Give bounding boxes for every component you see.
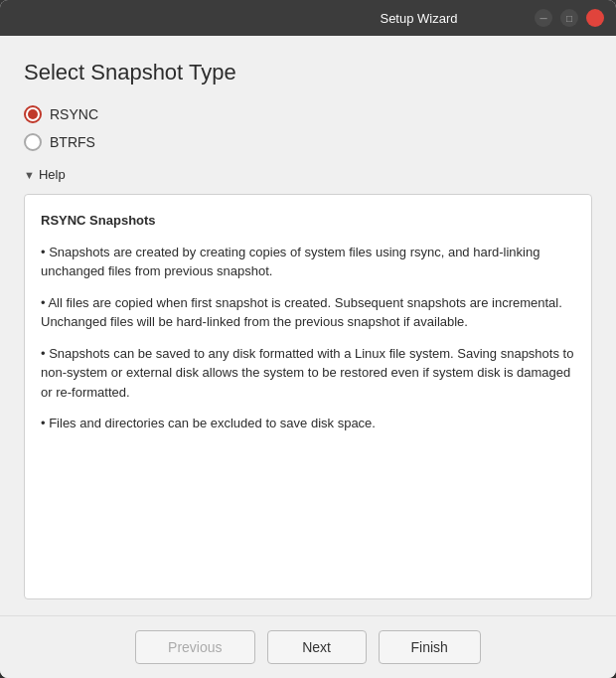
footer: Previous Next Finish	[0, 615, 616, 678]
help-toggle[interactable]: ▼ Help	[24, 167, 592, 182]
help-toggle-label: Help	[39, 167, 66, 182]
snapshot-type-radio-group: RSYNC BTRFS	[24, 105, 592, 151]
help-panel-title: RSYNC Snapshots	[41, 211, 575, 231]
setup-wizard-window: Setup Wizard ─ □ ✕ Select Snapshot Type …	[0, 0, 616, 678]
previous-button[interactable]: Previous	[135, 630, 254, 664]
maximize-button[interactable]: □	[560, 9, 578, 27]
main-content: Select Snapshot Type RSYNC BTRFS ▼ Help …	[0, 36, 616, 615]
rsync-radio-input[interactable]	[24, 105, 42, 123]
close-button[interactable]: ✕	[586, 9, 604, 27]
help-paragraph-1: • Snapshots are created by creating copi…	[41, 243, 575, 281]
minimize-button[interactable]: ─	[535, 9, 552, 27]
finish-button[interactable]: Finish	[379, 630, 481, 664]
titlebar: Setup Wizard ─ □ ✕	[0, 0, 616, 36]
help-panel: RSYNC Snapshots • Snapshots are created …	[24, 194, 592, 599]
page-title: Select Snapshot Type	[24, 60, 592, 85]
help-paragraph-2: • All files are copied when first snapsh…	[41, 293, 575, 332]
btrfs-radio-item[interactable]: BTRFS	[24, 133, 592, 151]
window-title: Setup Wizard	[303, 11, 535, 26]
help-paragraph-4: • Files and directories can be excluded …	[41, 414, 575, 433]
minimize-icon: ─	[539, 13, 546, 24]
rsync-radio-label: RSYNC	[50, 106, 98, 122]
next-button[interactable]: Next	[267, 630, 367, 664]
btrfs-radio-label: BTRFS	[50, 134, 95, 150]
close-icon: ✕	[591, 13, 599, 24]
help-arrow-icon: ▼	[24, 169, 35, 181]
maximize-icon: □	[566, 13, 572, 24]
help-paragraph-3: • Snapshots can be saved to any disk for…	[41, 344, 575, 403]
btrfs-radio-input[interactable]	[24, 133, 42, 151]
rsync-radio-item[interactable]: RSYNC	[24, 105, 592, 123]
window-controls: ─ □ ✕	[535, 9, 604, 27]
